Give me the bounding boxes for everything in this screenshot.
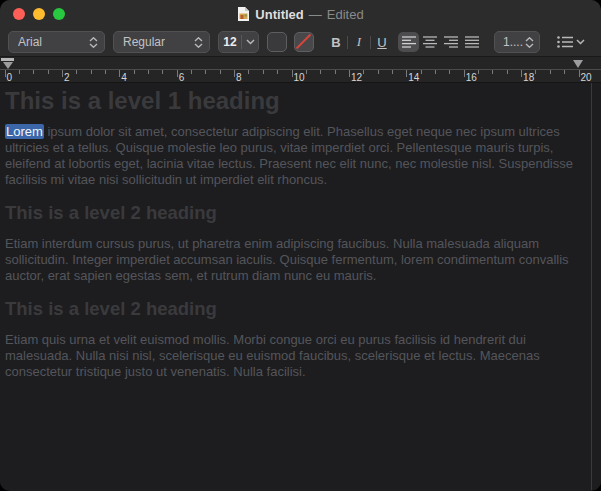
ruler-tick <box>5 70 6 77</box>
font-family-select[interactable]: Arial <box>8 31 105 53</box>
no-color-slash-icon <box>295 33 312 50</box>
document-title: Untitled <box>255 7 303 22</box>
ruler-tick <box>234 70 235 77</box>
heading-level-1[interactable]: This is a level 1 heading <box>5 87 591 115</box>
ruler-tick <box>306 70 307 74</box>
line-spacing-stepper[interactable]: 1.... <box>494 31 540 53</box>
ruler-tick <box>19 70 20 74</box>
textedit-window: Untitled — Edited Arial Regular 12 <box>0 0 601 491</box>
heading-level-2[interactable]: This is a level 2 heading <box>5 202 591 223</box>
ruler-tick <box>277 70 278 74</box>
ruler-tick <box>33 70 34 74</box>
ruler-tick <box>263 70 264 74</box>
align-center-icon <box>423 36 437 48</box>
left-indent-marker[interactable] <box>3 62 13 69</box>
ruler-tick <box>335 70 336 74</box>
ruler-marker-zone <box>0 57 601 69</box>
align-left-button[interactable] <box>398 32 419 52</box>
paragraph-1[interactable]: Lorem ipsum dolor sit amet, consectetur … <box>5 124 591 189</box>
ruler-tick <box>162 70 163 74</box>
chevron-updown-icon <box>89 37 98 48</box>
scrollbar-track-edge <box>591 83 592 490</box>
edited-badge: Edited <box>327 7 364 22</box>
text-color-well[interactable] <box>267 32 287 52</box>
ruler-tick <box>421 70 422 74</box>
ruler-ticks[interactable]: 02468101214161820 <box>0 69 601 82</box>
ruler-tick <box>48 70 49 74</box>
ruler-tick <box>76 70 77 74</box>
ruler-tick <box>292 70 293 77</box>
right-indent-marker[interactable] <box>573 60 583 68</box>
divider <box>370 36 371 49</box>
ruler-tick <box>535 70 536 74</box>
align-center-button[interactable] <box>419 32 440 52</box>
heading-level-2-second[interactable]: This is a level 2 heading <box>5 298 591 319</box>
ruler-number: 0 <box>7 72 13 83</box>
ruler-tick <box>449 70 450 74</box>
ruler-tick <box>464 70 465 77</box>
title-separator: — <box>309 7 322 22</box>
traffic-lights <box>13 8 65 20</box>
paragraph-2[interactable]: Etiam interdum cursus purus, ut pharetra… <box>5 236 591 285</box>
selected-text[interactable]: Lorem <box>5 124 44 139</box>
document-color-well[interactable] <box>294 32 314 52</box>
ruler-tick <box>220 70 221 74</box>
window-title: Untitled — Edited <box>0 0 601 28</box>
divider <box>347 36 348 49</box>
text-style-group: B I U <box>326 31 392 53</box>
ruler-tick <box>320 70 321 74</box>
align-justify-icon <box>465 36 479 48</box>
document-icon <box>237 6 250 22</box>
ruler-tick <box>177 70 178 77</box>
bold-button[interactable]: B <box>326 35 346 50</box>
ruler-number: 14 <box>408 72 419 83</box>
paragraph-3[interactable]: Etiam quis urna et velit euismod mollis.… <box>5 332 591 381</box>
list-style-button[interactable] <box>554 31 588 53</box>
ruler-number: 20 <box>581 72 592 83</box>
ruler-tick <box>550 70 551 74</box>
ruler-tick <box>191 70 192 74</box>
ruler-tick <box>363 70 364 74</box>
chevron-updown-icon <box>194 37 203 48</box>
font-style-value: Regular <box>123 35 165 49</box>
ruler-tick <box>435 70 436 74</box>
ruler-number: 6 <box>179 72 185 83</box>
ruler-tick <box>507 70 508 74</box>
ruler-tick <box>564 70 565 74</box>
ruler[interactable]: 02468101214161820 <box>0 57 601 83</box>
ruler-tick <box>521 70 522 77</box>
document-editor[interactable]: This is a level 1 heading Lorem ipsum do… <box>0 83 601 490</box>
ruler-tick <box>105 70 106 74</box>
underline-button[interactable]: U <box>372 35 392 50</box>
ruler-tick <box>478 70 479 74</box>
ruler-tick <box>579 70 580 77</box>
font-size-stepper[interactable]: 12 <box>218 31 259 53</box>
bullet-list-icon <box>557 36 573 48</box>
align-justify-button[interactable] <box>461 32 482 52</box>
paragraph-text: ipsum dolor sit amet, consectetur adipis… <box>5 124 573 188</box>
chevron-updown-icon <box>525 37 534 48</box>
align-right-button[interactable] <box>440 32 461 52</box>
ruler-tick <box>62 70 63 77</box>
ruler-number: 12 <box>351 72 362 83</box>
font-family-value: Arial <box>18 35 42 49</box>
first-line-indent-marker[interactable] <box>1 58 14 61</box>
ruler-tick <box>119 70 120 77</box>
line-spacing-value: 1.... <box>503 35 523 49</box>
minimize-button[interactable] <box>33 8 45 20</box>
ruler-tick <box>148 70 149 74</box>
zoom-button[interactable] <box>53 8 65 20</box>
font-style-select[interactable]: Regular <box>113 31 210 53</box>
ruler-tick <box>248 70 249 74</box>
close-button[interactable] <box>13 8 25 20</box>
italic-button[interactable]: I <box>349 34 369 50</box>
chevron-down-icon <box>576 39 585 45</box>
ruler-tick <box>91 70 92 74</box>
ruler-number: 16 <box>466 72 477 83</box>
ruler-number: 18 <box>523 72 534 83</box>
title-bar[interactable]: Untitled — Edited <box>0 0 601 28</box>
align-left-icon <box>402 36 416 48</box>
ruler-tick <box>492 70 493 74</box>
align-right-icon <box>444 36 458 48</box>
ruler-tick <box>205 70 206 74</box>
